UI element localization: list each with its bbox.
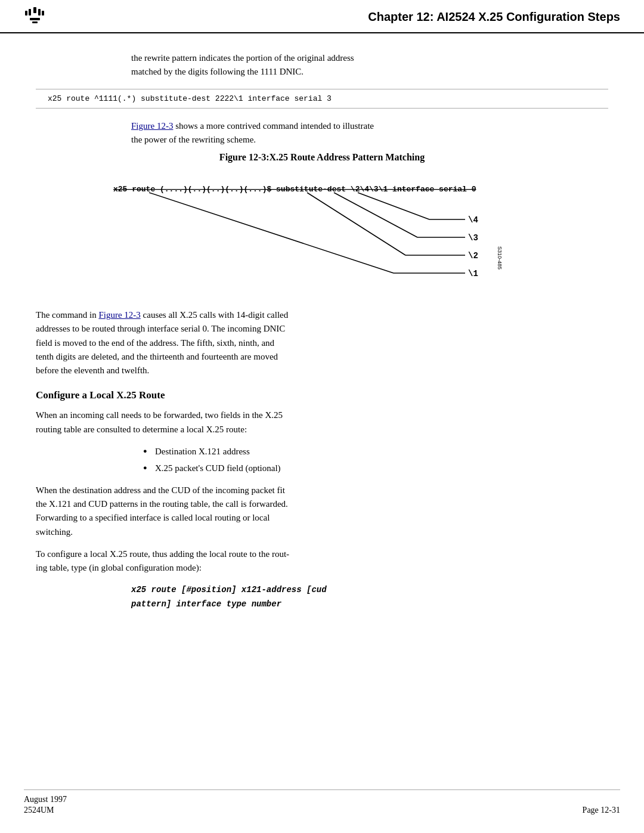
svg-rect-4: [42, 11, 44, 16]
diagram-command: x25 route (....)(..)(..)(..)(...)$ subst…: [113, 185, 476, 194]
figure-12-3-link-body[interactable]: Figure 12-3: [98, 310, 140, 320]
diagram-svg: x25 route (....)(..)(..)(..)(...)$ subst…: [95, 175, 549, 294]
paragraph-1: The command in Figure 12-3 causes all X.…: [36, 308, 608, 377]
footer-left: August 1997 2524UM: [24, 795, 67, 815]
code-block: x25 route ^1111(.*) substitute-dest 2222…: [36, 89, 608, 109]
footer-doc-id: 2524UM: [24, 806, 67, 815]
page-content: the rewrite pattern indicates the portio…: [0, 33, 644, 659]
svg-line-13: [307, 193, 405, 255]
svg-rect-6: [32, 21, 38, 23]
page-header: Chapter 12: AI2524 X.25 Configuration St…: [0, 0, 644, 33]
svg-rect-3: [38, 9, 41, 16]
figure-ref-paragraph: Figure 12-3 shows a more contrived comma…: [131, 119, 608, 146]
svg-text:\3: \3: [468, 233, 478, 243]
svg-text:\2: \2: [468, 251, 478, 261]
svg-rect-1: [25, 11, 27, 16]
syntax-line-2: pattern] interface type number: [131, 597, 608, 612]
svg-text:\1: \1: [468, 269, 478, 278]
paragraph-4: To configure a local X.25 route, thus ad…: [36, 547, 608, 575]
svg-rect-5: [30, 18, 40, 20]
bullet-list: Destination X.121 address X.25 packet's …: [143, 445, 608, 475]
intro-text: the rewrite pattern indicates the portio…: [131, 53, 354, 76]
figure-title: Figure 12-3:X.25 Route Address Pattern M…: [36, 152, 608, 163]
figure-id: S310-485: [497, 246, 503, 270]
figure-diagram: x25 route (....)(..)(..)(..)(...)$ subst…: [36, 175, 608, 294]
footer-page-number: Page 12-31: [583, 806, 620, 815]
svg-rect-2: [29, 9, 31, 16]
page-title: Chapter 12: AI2524 X.25 Configuration St…: [368, 10, 620, 24]
svg-text:\4: \4: [468, 215, 478, 225]
syntax-block: x25 route [#position] x121-address [cud …: [131, 583, 608, 612]
svg-rect-0: [33, 7, 36, 13]
page-footer: August 1997 2524UM Page 12-31: [24, 789, 620, 815]
list-item: Destination X.121 address: [143, 445, 608, 459]
svg-line-7: [358, 193, 429, 219]
paragraph-3: When the destination address and the CUD…: [36, 484, 608, 539]
section-heading: Configure a Local X.25 Route: [36, 389, 608, 401]
code-text: x25 route ^1111(.*) substitute-dest 2222…: [48, 94, 332, 103]
paragraph-2: When an incoming call needs to be forwar…: [36, 408, 608, 436]
paragraph-1-text: causes all X.25 calls with 14-digit call…: [36, 310, 288, 375]
cisco-logo: [24, 6, 45, 27]
figure-12-3-link-top[interactable]: Figure 12-3: [131, 121, 173, 131]
footer-date: August 1997: [24, 795, 67, 804]
list-item: X.25 packet's CUD field (optional): [143, 462, 608, 475]
intro-paragraph: the rewrite pattern indicates the portio…: [131, 51, 608, 78]
syntax-line-1: x25 route [#position] x121-address [cud: [131, 583, 608, 597]
